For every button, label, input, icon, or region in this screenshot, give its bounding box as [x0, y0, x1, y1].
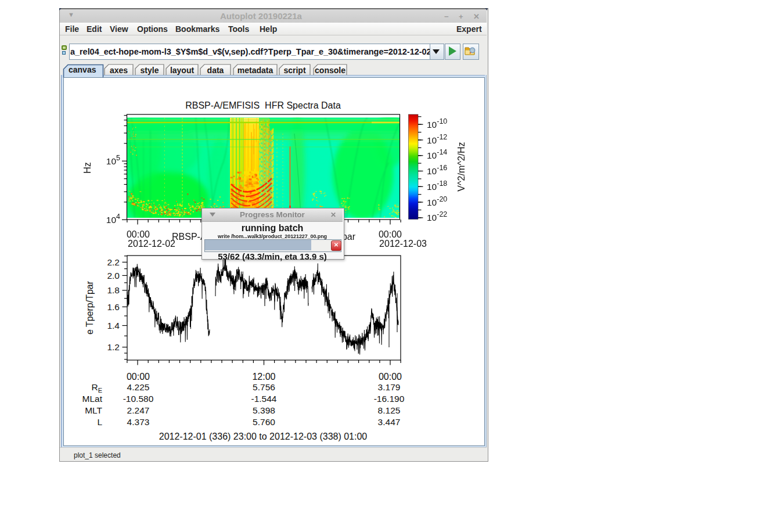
svg-text:104: 104	[106, 213, 120, 225]
svg-text:00:00: 00:00	[127, 229, 150, 239]
svg-text:console: console	[315, 66, 345, 75]
svg-text:1.4: 1.4	[107, 321, 120, 330]
svg-text:RBSP-A/EMFISIS HFR Spectra Da: RBSP-A/EMFISIS HFR Spectra Data	[185, 100, 341, 110]
svg-text:4.373: 4.373	[127, 417, 150, 427]
svg-text:Hz: Hz	[82, 162, 92, 174]
svg-text:2.2: 2.2	[107, 257, 120, 267]
svg-text:00:00: 00:00	[379, 229, 402, 239]
svg-text:1.6: 1.6	[107, 302, 120, 312]
svg-text:10-18: 10-18	[427, 179, 447, 192]
svg-text:2012-12-03: 2012-12-03	[379, 239, 427, 249]
svg-text:-1.544: -1.544	[251, 394, 277, 404]
svg-text:-10.580: -10.580	[123, 394, 154, 404]
svg-text:style: style	[141, 66, 159, 75]
svg-text:axes: axes	[110, 66, 128, 75]
svg-text:data: data	[207, 66, 224, 75]
svg-text:3.447: 3.447	[378, 417, 401, 427]
svg-text:105: 105	[106, 154, 120, 166]
svg-text:1.8: 1.8	[107, 285, 120, 295]
svg-text:e Tperp/Tpar: e Tperp/Tpar	[85, 281, 95, 335]
svg-text:8.125: 8.125	[378, 405, 401, 415]
svg-text:5.398: 5.398	[253, 405, 275, 415]
svg-text:3.179: 3.179	[378, 382, 401, 392]
svg-text:2012-12-02: 2012-12-02	[128, 239, 175, 249]
svg-text:12:00: 12:00	[252, 372, 275, 382]
svg-text:10-10: 10-10	[427, 117, 447, 130]
svg-text:layout: layout	[170, 66, 195, 75]
svg-text:-16.190: -16.190	[374, 394, 405, 404]
svg-text:00:00: 00:00	[379, 372, 402, 382]
svg-text:1.2: 1.2	[107, 342, 120, 352]
svg-text:10-22: 10-22	[427, 210, 447, 222]
svg-text:10-14: 10-14	[427, 148, 447, 160]
svg-text:4.225: 4.225	[127, 382, 150, 392]
svg-text:MLT: MLT	[85, 405, 102, 415]
svg-text:2012-12-01 (336) 23:00 to 2012: 2012-12-01 (336) 23:00 to 2012-12-03 (33…	[159, 432, 368, 441]
svg-text:00:00: 00:00	[127, 372, 150, 382]
svg-text:RE: RE	[91, 382, 102, 394]
svg-text:V^2/m^2/Hz: V^2/m^2/Hz	[456, 142, 466, 191]
svg-text:metadata: metadata	[237, 66, 273, 75]
svg-text:2.247: 2.247	[127, 405, 150, 415]
svg-text:L: L	[97, 417, 102, 427]
svg-text:10-16: 10-16	[427, 164, 447, 176]
svg-text:2.0: 2.0	[107, 271, 120, 281]
svg-text:5.756: 5.756	[253, 382, 275, 392]
svg-text:5.760: 5.760	[253, 417, 275, 427]
svg-text:script: script	[283, 66, 305, 75]
svg-text:10-20: 10-20	[427, 195, 447, 207]
svg-text:MLat: MLat	[82, 394, 103, 404]
svg-text:10-12: 10-12	[427, 133, 447, 145]
